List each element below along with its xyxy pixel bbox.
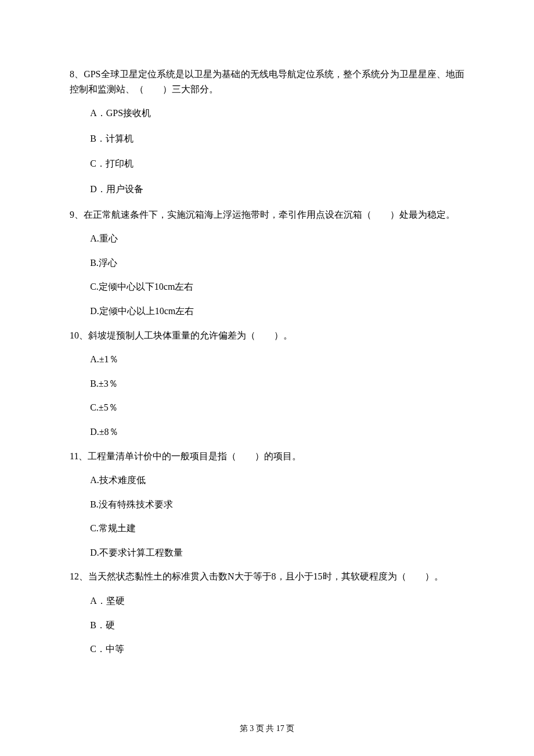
question-12: 12、当天然状态黏性土的标准贯入击数N大于等于8，且小于15时，其软硬程度为（ …	[70, 569, 464, 656]
question-number: 10、	[70, 330, 88, 340]
option-a: A.技术难度低	[70, 473, 464, 488]
question-stem: 11、工程量清单计价中的一般项目是指（ ）的项目。	[70, 449, 464, 464]
option-b: B.±3％	[70, 376, 464, 391]
option-c: C.常规土建	[70, 521, 464, 536]
question-text: 当天然状态黏性土的标准贯入击数N大于等于8，且小于15时，其软硬程度为（ ）。	[88, 571, 443, 581]
question-number: 11、	[70, 451, 88, 461]
option-b: B.没有特殊技术要求	[70, 497, 464, 512]
option-d: D.±8％	[70, 424, 464, 440]
page-footer: 第 3 页 共 17 页	[0, 722, 534, 735]
option-a: A.±1％	[70, 352, 464, 367]
option-a: A．坚硬	[70, 593, 464, 609]
option-c: C．打印机	[70, 156, 464, 171]
option-b: B.浮心	[70, 255, 464, 271]
question-stem: 10、斜坡堤预制人工块体重量的允许偏差为（ ）。	[70, 328, 464, 343]
option-c: C．中等	[70, 642, 464, 657]
option-a: A．GPS接收机	[70, 106, 464, 121]
option-a: A.重心	[70, 231, 464, 246]
question-8: 8、GPS全球卫星定位系统是以卫星为基础的无线电导航定位系统，整个系统分为卫星星…	[70, 67, 464, 197]
question-number: 9、	[70, 210, 84, 219]
document-page: 8、GPS全球卫星定位系统是以卫星为基础的无线电导航定位系统，整个系统分为卫星星…	[0, 0, 534, 756]
option-d: D.不要求计算工程数量	[70, 545, 464, 560]
question-text: 在正常航速条件下，实施沉箱海上浮运拖带时，牵引作用点设在沉箱（ ）处最为稳定。	[84, 210, 455, 219]
question-stem: 9、在正常航速条件下，实施沉箱海上浮运拖带时，牵引作用点设在沉箱（ ）处最为稳定…	[70, 207, 464, 222]
option-b: B．计算机	[70, 131, 464, 146]
question-11: 11、工程量清单计价中的一般项目是指（ ）的项目。 A.技术难度低 B.没有特殊…	[70, 449, 464, 560]
question-9: 9、在正常航速条件下，实施沉箱海上浮运拖带时，牵引作用点设在沉箱（ ）处最为稳定…	[70, 207, 464, 319]
question-number: 12、	[70, 571, 88, 581]
question-10: 10、斜坡堤预制人工块体重量的允许偏差为（ ）。 A.±1％ B.±3％ C.±…	[70, 328, 464, 440]
option-b: B．硬	[70, 618, 464, 633]
question-stem: 12、当天然状态黏性土的标准贯入击数N大于等于8，且小于15时，其软硬程度为（ …	[70, 569, 464, 584]
question-text: 工程量清单计价中的一般项目是指（ ）的项目。	[88, 451, 301, 461]
option-d: D.定倾中心以上10cm左右	[70, 304, 464, 319]
question-stem: 8、GPS全球卫星定位系统是以卫星为基础的无线电导航定位系统，整个系统分为卫星星…	[70, 67, 464, 96]
question-number: 8、	[70, 69, 84, 79]
option-d: D．用户设备	[70, 182, 464, 197]
option-c: C.±5％	[70, 400, 464, 415]
option-c: C.定倾中心以下10cm左右	[70, 279, 464, 294]
question-text: 斜坡堤预制人工块体重量的允许偏差为（ ）。	[88, 330, 293, 340]
question-text: GPS全球卫星定位系统是以卫星为基础的无线电导航定位系统，整个系统分为卫星星座、…	[70, 69, 464, 94]
